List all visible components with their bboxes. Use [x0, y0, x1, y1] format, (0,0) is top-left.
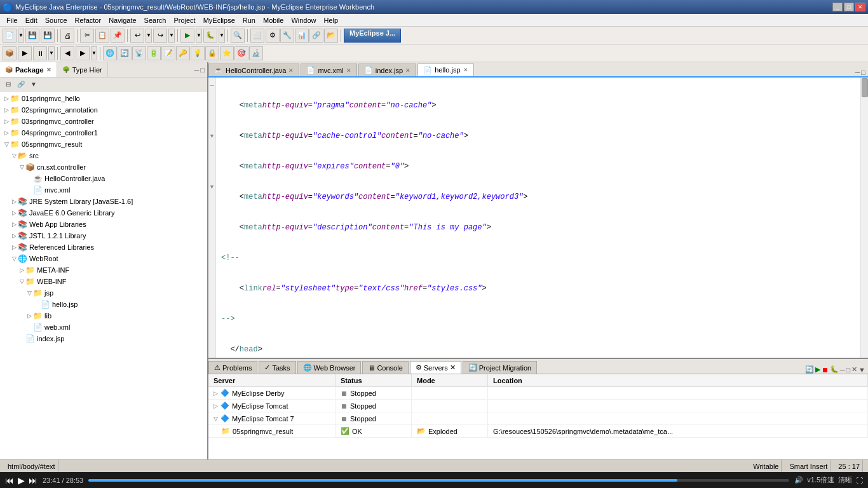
new-button[interactable]: 📄 [3, 29, 17, 43]
tree-item-05springmvc[interactable]: ▽ 📁 05springmvc_result [0, 139, 207, 150]
myeclipse-button[interactable]: MyEclipse J... [344, 29, 401, 43]
menu-myeclipse[interactable]: MyEclipse [200, 15, 239, 25]
tb2-btn-e[interactable]: 📝 [161, 46, 175, 60]
tree-item-mvcxml[interactable]: 📄 mvc.xml [0, 184, 207, 196]
menu-navigate[interactable]: Navigate [105, 15, 140, 25]
speed-indicator[interactable]: v1.5倍速 [807, 475, 834, 485]
tab-type-hierarchy[interactable]: 🌳 Type Hier [57, 62, 108, 77]
maximize-button[interactable]: □ [844, 3, 854, 11]
tree-item-jre[interactable]: ▷ 📚 JRE System Library [JavaSE-1.6] [0, 196, 207, 207]
tb2-btn-2[interactable]: ▶ [18, 46, 32, 60]
new-dropdown[interactable]: ▼ [18, 29, 24, 43]
maximize-editor-button[interactable]: □ [861, 69, 865, 76]
tb2-btn-k[interactable]: 🔬 [249, 46, 263, 60]
table-row[interactable]: ▷ 🔷 MyEclipse Tomcat ⏹ Stopped [208, 400, 868, 412]
tab-hellojsp[interactable]: 📄 hello.jsp ✕ [417, 64, 473, 76]
run-button[interactable]: ▶ [180, 29, 194, 43]
menu-project[interactable]: Project [170, 15, 199, 25]
tb2-extra-buttons[interactable]: 🌐 🔄 📡 🔋 📝 🔑 💡 🔒 ⭐ 🎯 🔬 [103, 46, 263, 60]
quality-indicator[interactable]: 清晰 [838, 475, 852, 485]
perspective-button[interactable]: ⬜ [250, 29, 264, 43]
tb2-btn-b[interactable]: 🔄 [118, 46, 132, 60]
minimize-bottom-btn[interactable]: ─ [840, 366, 845, 374]
scrollbar-thumb[interactable] [862, 78, 868, 97]
tab-console[interactable]: 🖥 Console [362, 361, 408, 374]
video-progress-bar[interactable] [88, 479, 789, 482]
tb2-btn-1[interactable]: 📦 [3, 46, 17, 60]
tab-close-icon[interactable]: ✕ [346, 67, 351, 74]
table-row[interactable]: ▽ 🔷 MyEclipse Tomcat 7 ⏹ Stopped [208, 412, 868, 425]
tb2-btn-g[interactable]: 💡 [191, 46, 205, 60]
tree-item-hellocontroller[interactable]: ☕ HelloController.java [0, 173, 207, 184]
run-dropdown[interactable]: ▼ [196, 29, 202, 43]
code-editor[interactable]: <meta http-equiv="pragma" content="no-ca… [216, 78, 860, 358]
save-all-button[interactable]: 💾 [41, 29, 55, 43]
menu-search[interactable]: Search [140, 15, 170, 25]
servers-refresh-btn[interactable]: 🔄 [805, 365, 814, 374]
servers-debug-btn[interactable]: 🐛 [830, 365, 839, 374]
close-button[interactable]: ✕ [855, 3, 865, 11]
menu-refactor[interactable]: Refactor [71, 15, 105, 25]
tree-item-02springmvc[interactable]: ▷ 📁 02springmvc_annotation [0, 104, 207, 116]
table-row[interactable]: ▷ 🔷 MyEclipse Derby ⏹ Stopped [208, 387, 868, 400]
tree-item-index-jsp[interactable]: 📄 index.jsp [0, 333, 207, 344]
tree-item-javaee[interactable]: ▷ 📚 JavaEE 6.0 Generic Library [0, 207, 207, 219]
debug-button[interactable]: 🐛 [203, 29, 217, 43]
tb2-btn-a[interactable]: 🌐 [103, 46, 117, 60]
toolbar-more-buttons[interactable]: ⚙ 🔧 📊 🔗 📂 [266, 29, 338, 43]
tool-btn-2[interactable]: 🔧 [280, 29, 294, 43]
save-button[interactable]: 💾 [25, 29, 39, 43]
tree-item-referenced-libraries[interactable]: ▷ 📚 Referenced Libraries [0, 241, 207, 253]
collapse-all-button[interactable]: ⊟ [3, 79, 14, 90]
menu-mobile[interactable]: Mobile [259, 15, 287, 25]
tab-close-icon[interactable]: ✕ [405, 67, 410, 74]
tree-item-metainf[interactable]: ▷ 📁 META-INF [0, 264, 207, 276]
tab-mvcxml[interactable]: 📄 mvc.xml ✕ [301, 64, 356, 76]
tree-item-webinf[interactable]: ▽ 📁 WEB-INF [0, 276, 207, 287]
redo-dropdown[interactable]: ▼ [168, 29, 175, 43]
maximize-bottom-btn[interactable]: □ [846, 366, 850, 374]
paste-button[interactable]: 📌 [111, 29, 125, 43]
tree-item-03springmvc[interactable]: ▷ 📁 03springmvc_controller [0, 116, 207, 127]
close-bottom-btn[interactable]: ✕ [851, 365, 857, 374]
undo-dropdown[interactable]: ▼ [146, 29, 152, 43]
video-prev-button[interactable]: ⏮ [5, 475, 14, 485]
tb2-btn-i[interactable]: ⭐ [220, 46, 234, 60]
tab-package[interactable]: 📦 Package ✕ [0, 62, 57, 77]
menu-help[interactable]: Help [320, 15, 342, 25]
tree-item-04springmvc[interactable]: ▷ 📁 04springmvc_controller1 [0, 127, 207, 139]
panel-menu-button[interactable]: ▼ [28, 79, 39, 90]
tb2-dropdown[interactable]: ▼ [48, 46, 55, 60]
tb2-btn-c[interactable]: 📡 [132, 46, 146, 60]
tool-btn-1[interactable]: ⚙ [266, 29, 280, 43]
link-editor-button[interactable]: 🔗 [15, 79, 27, 90]
tool-btn-4[interactable]: 🔗 [309, 29, 323, 43]
undo-button[interactable]: ↩ [130, 29, 144, 43]
tree-item-webroot[interactable]: ▽ 🌐 WebRoot [0, 253, 207, 264]
tree-item-lib[interactable]: ▷ 📁 lib [0, 310, 207, 322]
tab-project-migration[interactable]: 🔄 Project Migration [463, 361, 538, 374]
minimize-editor-button[interactable]: ─ [855, 69, 860, 76]
tab-servers[interactable]: ⚙ Servers ✕ [410, 361, 461, 374]
volume-icon[interactable]: 🔊 [794, 476, 803, 484]
tb2-btn-d[interactable]: 🔋 [147, 46, 161, 60]
tree-item-jstl[interactable]: ▷ 📚 JSTL 1.2.1 Library [0, 230, 207, 241]
tab-tasks[interactable]: ✓ Tasks [259, 361, 295, 374]
menu-window[interactable]: Window [287, 15, 320, 25]
tree-item-package[interactable]: ▽ 📦 cn.sxt.controller [0, 161, 207, 173]
tb2-btn-j[interactable]: 🎯 [234, 46, 248, 60]
tree-item-webapp[interactable]: ▷ 📚 Web App Libraries [0, 219, 207, 230]
cut-button[interactable]: ✂ [80, 29, 94, 43]
menu-source[interactable]: Source [41, 15, 71, 25]
video-next-button[interactable]: ⏭ [29, 475, 37, 485]
tool-btn-3[interactable]: 📊 [295, 29, 309, 43]
minimize-panel-button[interactable]: ─ [194, 66, 200, 74]
tb2-btn-f[interactable]: 🔑 [176, 46, 190, 60]
editor-scrollbar[interactable] [860, 78, 868, 358]
servers-tab-close[interactable]: ✕ [450, 363, 456, 372]
package-tab-close[interactable]: ✕ [46, 67, 51, 73]
video-play-button[interactable]: ▶ [18, 475, 25, 485]
maximize-panel-button[interactable]: □ [200, 66, 205, 74]
tab-close-icon[interactable]: ✕ [463, 67, 468, 73]
menu-file[interactable]: File [3, 15, 22, 25]
